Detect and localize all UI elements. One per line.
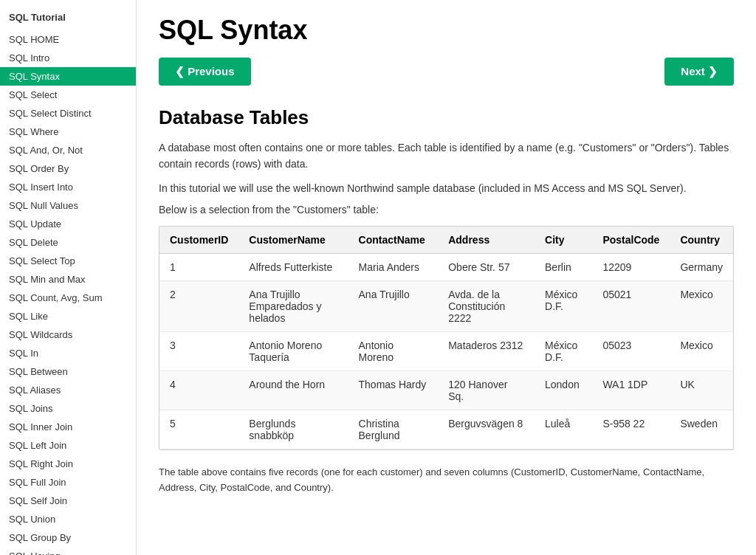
table-cell-r4-c5: S-958 22 xyxy=(592,410,670,449)
table-cell-r2-c2: Antonio Moreno xyxy=(348,332,439,371)
table-label: Below is a selection from the "Customers… xyxy=(159,204,734,216)
table-col-customername: CustomerName xyxy=(238,227,348,254)
table-cell-r3-c4: London xyxy=(535,371,592,410)
table-cell-r1-c2: Ana Trujillo xyxy=(348,281,439,332)
sidebar-item-sql-min-max[interactable]: SQL Min and Max xyxy=(0,270,136,289)
sidebar-item-sql-order-by[interactable]: SQL Order By xyxy=(0,159,136,178)
footer-note: The table above contains five records (o… xyxy=(159,465,734,496)
sidebar-item-sql-insert-into[interactable]: SQL Insert Into xyxy=(0,178,136,196)
table-cell-r2-c6: Mexico xyxy=(670,332,733,371)
section-title: Database Tables xyxy=(159,106,734,129)
sidebar-nav: SQL HOMESQL IntroSQL SyntaxSQL SelectSQL… xyxy=(0,30,136,555)
sidebar-item-sql-syntax[interactable]: SQL Syntax xyxy=(0,67,136,86)
sidebar-item-sql-like[interactable]: SQL Like xyxy=(0,307,136,325)
sidebar-item-sql-inner-join[interactable]: SQL Inner Join xyxy=(0,418,136,436)
sidebar-item-sql-aliases[interactable]: SQL Aliases xyxy=(0,381,136,399)
table-row: 1Alfreds FutterkisteMaria AndersObere St… xyxy=(159,254,733,281)
table-cell-r2-c4: México D.F. xyxy=(535,332,592,371)
description-1: A database most often contains one or mo… xyxy=(159,139,734,173)
nav-buttons: ❮ Previous Next ❯ xyxy=(159,58,734,86)
main-content: SQL Syntax ❮ Previous Next ❯ Database Ta… xyxy=(137,0,756,555)
sidebar-item-sql-update[interactable]: SQL Update xyxy=(0,215,136,233)
sidebar-title: SQL Tutorial xyxy=(0,7,136,30)
sidebar-item-sql-null-values[interactable]: SQL Null Values xyxy=(0,196,136,215)
table-cell-r2-c5: 05023 xyxy=(592,332,670,371)
table-cell-r3-c6: UK xyxy=(670,371,733,410)
table-cell-r3-c2: Thomas Hardy xyxy=(348,371,439,410)
table-cell-r3-c0: 4 xyxy=(159,371,238,410)
table-header: CustomerIDCustomerNameContactNameAddress… xyxy=(159,227,733,254)
sidebar-item-sql-self-join[interactable]: SQL Self Join xyxy=(0,492,136,510)
customers-table-wrapper: CustomerIDCustomerNameContactNameAddress… xyxy=(159,226,734,450)
table-cell-r1-c0: 2 xyxy=(159,281,238,332)
table-body: 1Alfreds FutterkisteMaria AndersObere St… xyxy=(159,254,733,449)
table-cell-r0-c1: Alfreds Futterkiste xyxy=(238,254,348,281)
sidebar-item-sql-union[interactable]: SQL Union xyxy=(0,510,136,528)
table-cell-r0-c5: 12209 xyxy=(592,254,670,281)
table-cell-r1-c5: 05021 xyxy=(592,281,670,332)
sidebar-item-sql-select-top[interactable]: SQL Select Top xyxy=(0,252,136,270)
prev-button[interactable]: ❮ Previous xyxy=(159,58,251,86)
next-button[interactable]: Next ❯ xyxy=(664,58,734,86)
customers-table: CustomerIDCustomerNameContactNameAddress… xyxy=(159,227,733,449)
table-cell-r1-c4: México D.F. xyxy=(535,281,592,332)
sidebar-item-sql-count-avg-sum[interactable]: SQL Count, Avg, Sum xyxy=(0,289,136,307)
table-cell-r0-c2: Maria Anders xyxy=(348,254,439,281)
sidebar-item-sql-right-join[interactable]: SQL Right Join xyxy=(0,455,136,473)
sidebar-item-sql-and-or-not[interactable]: SQL And, Or, Not xyxy=(0,141,136,159)
table-row: 4Around the HornThomas Hardy120 Hanover … xyxy=(159,371,733,410)
table-cell-r0-c6: Germany xyxy=(670,254,733,281)
table-cell-r4-c4: Luleå xyxy=(535,410,592,449)
sidebar: SQL Tutorial SQL HOMESQL IntroSQL Syntax… xyxy=(0,0,137,555)
table-cell-r3-c5: WA1 1DP xyxy=(592,371,670,410)
sidebar-item-sql-intro[interactable]: SQL Intro xyxy=(0,49,136,67)
table-row: 5Berglunds snabbköpChristina BerglundBer… xyxy=(159,410,733,449)
table-row: 3Antonio Moreno TaqueríaAntonio MorenoMa… xyxy=(159,332,733,371)
table-cell-r0-c3: Obere Str. 57 xyxy=(438,254,535,281)
sidebar-item-sql-home[interactable]: SQL HOME xyxy=(0,30,136,49)
sidebar-item-sql-between[interactable]: SQL Between xyxy=(0,362,136,381)
table-cell-r0-c0: 1 xyxy=(159,254,238,281)
table-cell-r2-c3: Mataderos 2312 xyxy=(438,332,535,371)
sidebar-item-sql-left-join[interactable]: SQL Left Join xyxy=(0,436,136,455)
sidebar-item-sql-full-join[interactable]: SQL Full Join xyxy=(0,473,136,492)
table-cell-r1-c3: Avda. de la Constitución 2222 xyxy=(438,281,535,332)
table-cell-r0-c4: Berlin xyxy=(535,254,592,281)
sidebar-item-sql-group-by[interactable]: SQL Group By xyxy=(0,528,136,547)
description-2: In this tutorial we will use the well-kn… xyxy=(159,180,734,196)
table-col-country: Country xyxy=(670,227,733,254)
table-cell-r3-c1: Around the Horn xyxy=(238,371,348,410)
table-cell-r2-c0: 3 xyxy=(159,332,238,371)
table-cell-r4-c1: Berglunds snabbköp xyxy=(238,410,348,449)
sidebar-item-sql-delete[interactable]: SQL Delete xyxy=(0,233,136,252)
table-cell-r4-c6: Sweden xyxy=(670,410,733,449)
table-col-address: Address xyxy=(438,227,535,254)
sidebar-item-sql-wildcards[interactable]: SQL Wildcards xyxy=(0,325,136,344)
table-cell-r2-c1: Antonio Moreno Taquería xyxy=(238,332,348,371)
sidebar-item-sql-where[interactable]: SQL Where xyxy=(0,123,136,141)
table-row: 2Ana Trujillo Emparedados y heladosAna T… xyxy=(159,281,733,332)
table-cell-r4-c3: Berguvsvägen 8 xyxy=(438,410,535,449)
page-title: SQL Syntax xyxy=(159,15,734,46)
table-cell-r3-c3: 120 Hanover Sq. xyxy=(438,371,535,410)
table-col-customerid: CustomerID xyxy=(159,227,238,254)
sidebar-item-sql-select-distinct[interactable]: SQL Select Distinct xyxy=(0,104,136,123)
table-cell-r1-c6: Mexico xyxy=(670,281,733,332)
sidebar-item-sql-joins[interactable]: SQL Joins xyxy=(0,399,136,418)
sidebar-item-sql-in[interactable]: SQL In xyxy=(0,344,136,362)
table-col-city: City xyxy=(535,227,592,254)
table-col-postalcode: PostalCode xyxy=(592,227,670,254)
table-cell-r1-c1: Ana Trujillo Emparedados y helados xyxy=(238,281,348,332)
sidebar-item-sql-having[interactable]: SQL Having xyxy=(0,547,136,555)
sidebar-item-sql-select[interactable]: SQL Select xyxy=(0,86,136,104)
table-col-contactname: ContactName xyxy=(348,227,439,254)
table-cell-r4-c2: Christina Berglund xyxy=(348,410,439,449)
table-cell-r4-c0: 5 xyxy=(159,410,238,449)
